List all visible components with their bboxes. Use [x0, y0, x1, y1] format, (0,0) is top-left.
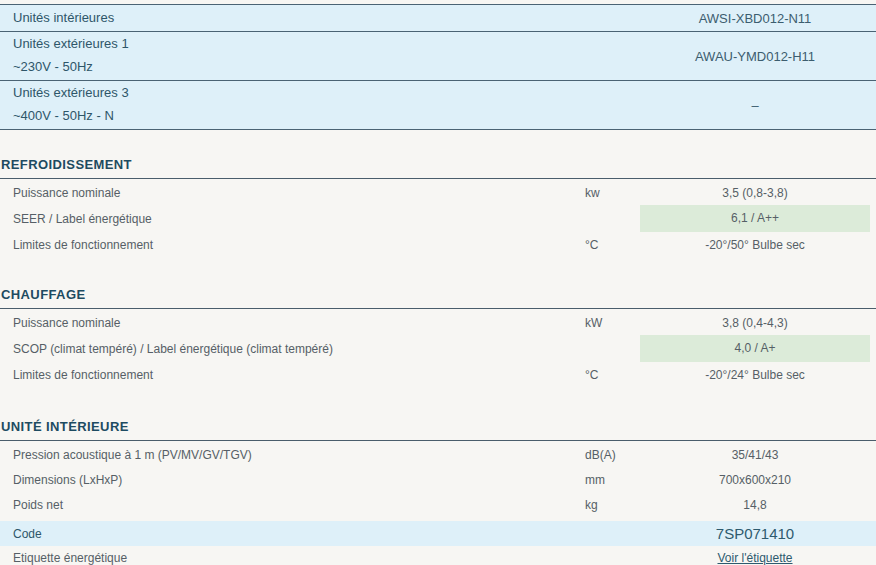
spec-label: Limites de fonctionnement: [0, 368, 585, 382]
spec-value: -20°/50° Bulbe sec: [640, 238, 870, 252]
code-value: 7SP071410: [640, 525, 870, 542]
code-label: Code: [0, 527, 640, 541]
section-unite-interieure: UNITÉ INTÉRIEURE Pression acoustique à 1…: [0, 419, 876, 565]
spec-label: Limites de fonctionnement: [0, 238, 585, 252]
table-row: SEER / Label énergétique 6,1 / A++: [0, 205, 876, 232]
spec-unit: mm: [585, 473, 640, 487]
spec-value: 3,5 (0,8-3,8): [640, 186, 870, 200]
spec-value: 14,8: [640, 498, 870, 512]
spec-unit: °C: [585, 238, 640, 252]
model-row-value: –: [640, 98, 870, 113]
spec-unit: kw: [585, 186, 640, 200]
spec-value-highlighted: 6,1 / A++: [640, 205, 870, 232]
table-row: Puissance nominale kW 3,8 (0,4-4,3): [0, 310, 876, 335]
spec-unit: kg: [585, 498, 640, 512]
voir-etiquette-link[interactable]: Voir l'étiquette: [717, 551, 792, 565]
table-row: SCOP (climat tempéré) / Label énergétiqu…: [0, 335, 876, 362]
table-row: Puissance nominale kw 3,5 (0,8-3,8): [0, 180, 876, 205]
table-row: Pression acoustique à 1 m (PV/MV/GV/TGV)…: [0, 442, 876, 467]
model-row-label: Unités extérieures 1 ~230V - 50Hz: [0, 33, 640, 79]
model-row-label: Unités extérieures 3 ~400V - 50Hz - N: [0, 82, 640, 128]
product-spec-sheet: Unités intérieures AWSI-XBD012-N11 Unité…: [0, 0, 876, 565]
table-row: Limites de fonctionnement °C -20°/24° Bu…: [0, 362, 876, 387]
spec-value: 35/41/43: [640, 448, 870, 462]
spec-unit: dB(A): [585, 448, 640, 462]
table-row: Unités extérieures 1 ~230V - 50Hz AWAU-Y…: [0, 32, 876, 81]
spec-label: Dimensions (LxHxP): [0, 473, 585, 487]
section-title: REFROIDISSEMENT: [0, 157, 876, 179]
spec-value: -20°/24° Bulbe sec: [640, 368, 870, 382]
etiquette-value-cell: Voir l'étiquette: [640, 551, 870, 565]
model-row-label: Unités intérieures: [0, 7, 640, 30]
spec-label: Puissance nominale: [0, 186, 585, 200]
section-chauffage: CHAUFFAGE Puissance nominale kW 3,8 (0,4…: [0, 287, 876, 387]
section-refroidissement: REFROIDISSEMENT Puissance nominale kw 3,…: [0, 157, 876, 257]
section-title: UNITÉ INTÉRIEURE: [0, 419, 876, 441]
model-row-label-line1: Unités extérieures 1: [13, 33, 640, 56]
etiquette-label: Etiquette énergétique: [0, 551, 640, 565]
spec-value: 3,8 (0,4-4,3): [640, 316, 870, 330]
model-row-value: AWSI-XBD012-N11: [640, 11, 870, 26]
table-row: Limites de fonctionnement °C -20°/50° Bu…: [0, 232, 876, 257]
model-table: Unités intérieures AWSI-XBD012-N11 Unité…: [0, 4, 876, 130]
code-row: Code 7SP071410: [0, 521, 876, 546]
spec-unit: kW: [585, 316, 640, 330]
spec-label: SCOP (climat tempéré) / Label énergétiqu…: [0, 342, 585, 356]
section-rows: Puissance nominale kW 3,8 (0,4-4,3) SCOP…: [0, 309, 876, 387]
spec-value: 700x600x210: [640, 473, 870, 487]
spec-unit: °C: [585, 368, 640, 382]
spec-label: Pression acoustique à 1 m (PV/MV/GV/TGV): [0, 448, 585, 462]
spec-label: SEER / Label énergétique: [0, 212, 585, 226]
model-row-label-line1: Unités extérieures 3: [13, 82, 640, 105]
spec-label: Puissance nominale: [0, 316, 585, 330]
model-row-label-line2: ~400V - 50Hz - N: [13, 105, 640, 128]
spec-label: Poids net: [0, 498, 585, 512]
table-row: Unités extérieures 3 ~400V - 50Hz - N –: [0, 81, 876, 130]
etiquette-row: Etiquette énergétique Voir l'étiquette: [0, 546, 876, 565]
section-rows: Puissance nominale kw 3,5 (0,8-3,8) SEER…: [0, 179, 876, 257]
section-rows: Pression acoustique à 1 m (PV/MV/GV/TGV)…: [0, 441, 876, 565]
model-row-value: AWAU-YMD012-H11: [640, 49, 870, 64]
model-row-label-line2: ~230V - 50Hz: [13, 56, 640, 79]
spec-value-highlighted: 4,0 / A+: [640, 335, 870, 362]
table-row: Unités intérieures AWSI-XBD012-N11: [0, 5, 876, 32]
table-row: Dimensions (LxHxP) mm 700x600x210: [0, 467, 876, 492]
section-title: CHAUFFAGE: [0, 287, 876, 309]
model-row-label-line1: Unités intérieures: [13, 7, 640, 30]
table-row: Poids net kg 14,8: [0, 492, 876, 517]
